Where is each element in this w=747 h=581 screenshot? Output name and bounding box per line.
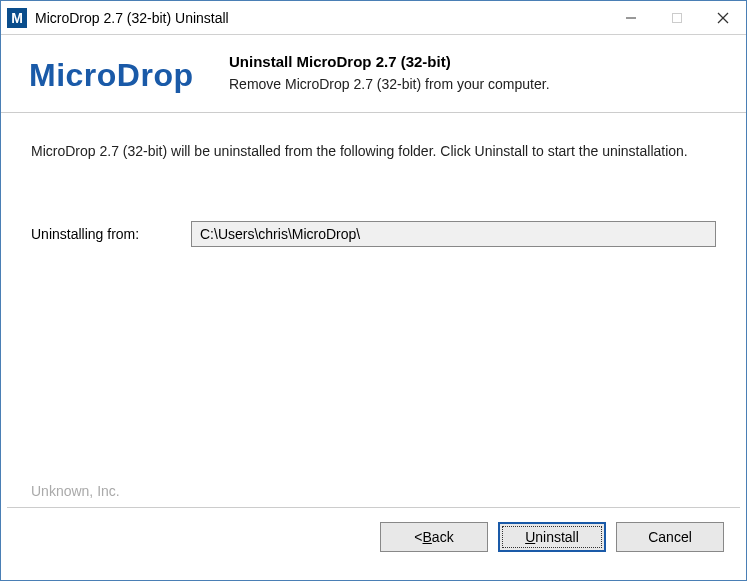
close-icon — [717, 12, 729, 24]
content-area: MicroDrop 2.7 (32-bit) will be uninstall… — [1, 113, 746, 483]
header-title: Uninstall MicroDrop 2.7 (32-bit) — [229, 53, 722, 70]
header-text: Uninstall MicroDrop 2.7 (32-bit) Remove … — [229, 51, 722, 92]
close-button[interactable] — [700, 1, 746, 34]
uninstall-path-field: C:\Users\chris\MicroDrop\ — [191, 221, 716, 247]
minimize-icon — [625, 12, 637, 24]
back-button[interactable]: < Back — [380, 522, 488, 552]
uninstall-button-letter: U — [525, 529, 535, 545]
instruction-text: MicroDrop 2.7 (32-bit) will be uninstall… — [31, 141, 716, 161]
titlebar: M MicroDrop 2.7 (32-bit) Uninstall — [1, 1, 746, 35]
maximize-icon — [671, 12, 683, 24]
window-title: MicroDrop 2.7 (32-bit) Uninstall — [35, 10, 608, 26]
header: MicroDrop Uninstall MicroDrop 2.7 (32-bi… — [1, 35, 746, 113]
logo: MicroDrop — [29, 51, 229, 94]
back-button-letter: B — [423, 529, 432, 545]
uninstall-path-row: Uninstalling from: C:\Users\chris\MicroD… — [31, 221, 716, 247]
svg-rect-1 — [673, 13, 682, 22]
back-button-prefix: < — [414, 529, 422, 545]
header-subtitle: Remove MicroDrop 2.7 (32-bit) from your … — [229, 76, 722, 92]
uninstall-from-label: Uninstalling from: — [31, 226, 191, 242]
uninstall-button[interactable]: Uninstall — [498, 522, 606, 552]
nsis-brand: Unknown, Inc. — [1, 483, 746, 507]
button-row: < Back Uninstall Cancel — [1, 508, 746, 552]
maximize-button — [654, 1, 700, 34]
cancel-button-label: Cancel — [648, 529, 692, 545]
uninstall-button-rest: ninstall — [535, 529, 579, 545]
window-controls — [608, 1, 746, 34]
back-button-rest: ack — [432, 529, 454, 545]
minimize-button[interactable] — [608, 1, 654, 34]
cancel-button[interactable]: Cancel — [616, 522, 724, 552]
app-icon: M — [7, 8, 27, 28]
